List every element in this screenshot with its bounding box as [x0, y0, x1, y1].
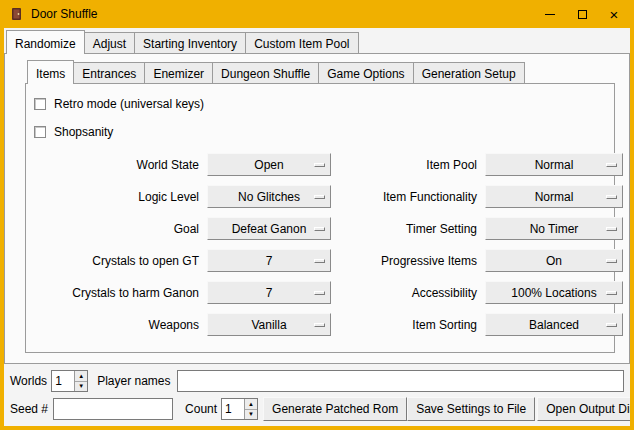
seed-label: Seed #: [10, 402, 48, 416]
logic-level-label: Logic Level: [32, 190, 200, 204]
dropdown-indicator-icon: [314, 323, 325, 327]
dropdown-indicator-icon: [606, 195, 617, 199]
dropdown-item-pool[interactable]: Normal: [485, 153, 623, 176]
generate-patched-rom-button[interactable]: Generate Patched Rom: [263, 397, 407, 421]
dropdown-goal[interactable]: Defeat Ganon: [207, 217, 331, 240]
tab-starting-inventory[interactable]: Starting Inventory: [134, 32, 246, 54]
tab-game-options[interactable]: Game Options: [318, 62, 413, 84]
item-pool-label: Item Pool: [338, 158, 478, 172]
items-pane: Retro mode (universal keys) Shopsanity W…: [25, 83, 615, 353]
world-state-value: Open: [254, 158, 283, 172]
item-pool-value: Normal: [535, 158, 574, 172]
weapons-label: Weapons: [32, 318, 200, 332]
inner-tabbar: Items Entrances Enemizer Dungeon Shuffle…: [25, 60, 615, 84]
dropdown-indicator-icon: [606, 163, 617, 167]
dropdown-progressive-items[interactable]: On: [485, 249, 623, 272]
dropdown-weapons[interactable]: Vanilla: [207, 313, 331, 336]
tab-custom-item-pool[interactable]: Custom Item Pool: [245, 32, 358, 54]
app-icon: [10, 7, 24, 21]
minimize-button[interactable]: [534, 0, 566, 28]
minimize-icon: [545, 14, 555, 15]
seed-row: Seed # Count ▲ ▼ Generate Patched Rom Sa…: [10, 397, 624, 421]
tab-dungeon-shuffle[interactable]: Dungeon Shuffle: [212, 62, 319, 84]
dropdown-timer-setting[interactable]: No Timer: [485, 217, 623, 240]
save-settings-button[interactable]: Save Settings to File: [407, 397, 535, 421]
close-button[interactable]: ×: [598, 0, 630, 28]
seed-input[interactable]: [53, 398, 173, 420]
tab-generation-setup[interactable]: Generation Setup: [413, 62, 525, 84]
shopsanity-label: Shopsanity: [54, 125, 113, 139]
randomize-pane: Items Entrances Enemizer Dungeon Shuffle…: [4, 53, 630, 364]
timer-setting-value: No Timer: [530, 222, 579, 236]
client-area: Randomize Adjust Starting Inventory Cust…: [4, 28, 630, 426]
tab-entrances[interactable]: Entrances: [73, 62, 145, 84]
crystals-ganon-label: Crystals to harm Ganon: [32, 286, 200, 300]
item-sorting-value: Balanced: [529, 318, 579, 332]
outer-tabbar: Randomize Adjust Starting Inventory Cust…: [4, 30, 630, 54]
shopsanity-row: Shopsanity: [34, 125, 608, 139]
progressive-items-value: On: [546, 254, 562, 268]
dropdown-world-state[interactable]: Open: [207, 153, 331, 176]
goal-label: Goal: [32, 222, 200, 236]
maximize-button[interactable]: [566, 0, 598, 28]
player-names-label: Player names: [97, 374, 170, 388]
dropdown-crystals-ganon[interactable]: 7: [207, 281, 331, 304]
crystals-ganon-value: 7: [266, 286, 273, 300]
dropdown-indicator-icon: [606, 291, 617, 295]
count-spin-down-icon[interactable]: ▼: [245, 410, 257, 420]
dropdown-indicator-icon: [314, 291, 325, 295]
close-icon: ×: [610, 7, 619, 22]
progressive-items-label: Progressive Items: [338, 254, 478, 268]
tab-items[interactable]: Items: [27, 60, 74, 84]
goal-value: Defeat Ganon: [232, 222, 307, 236]
worlds-spin-up-icon[interactable]: ▲: [75, 371, 87, 382]
accessibility-value: 100% Locations: [511, 286, 596, 300]
dropdown-item-sorting[interactable]: Balanced: [485, 313, 623, 336]
weapons-value: Vanilla: [251, 318, 286, 332]
world-state-label: World State: [32, 158, 200, 172]
timer-setting-label: Timer Setting: [338, 222, 478, 236]
tab-randomize[interactable]: Randomize: [6, 30, 85, 54]
count-input[interactable]: [222, 399, 244, 419]
dropdown-accessibility[interactable]: 100% Locations: [485, 281, 623, 304]
dropdown-indicator-icon: [314, 195, 325, 199]
dropdown-indicator-icon: [606, 259, 617, 263]
dropdown-crystals-gt[interactable]: 7: [207, 249, 331, 272]
count-label: Count: [185, 402, 217, 416]
crystals-gt-value: 7: [266, 254, 273, 268]
retro-mode-checkbox[interactable]: [34, 98, 46, 110]
dropdown-indicator-icon: [314, 163, 325, 167]
dropdown-item-functionality[interactable]: Normal: [485, 185, 623, 208]
item-sorting-label: Item Sorting: [338, 318, 478, 332]
retro-mode-label: Retro mode (universal keys): [54, 97, 204, 111]
dropdown-indicator-icon: [314, 259, 325, 263]
player-names-input[interactable]: [177, 370, 625, 392]
window-title: Door Shuffle: [31, 7, 98, 21]
maximize-icon: [578, 10, 587, 19]
item-functionality-value: Normal: [535, 190, 574, 204]
crystals-gt-label: Crystals to open GT: [32, 254, 200, 268]
item-functionality-label: Item Functionality: [338, 190, 478, 204]
worlds-label: Worlds: [10, 374, 47, 388]
worlds-input[interactable]: [52, 371, 74, 391]
logic-level-value: No Glitches: [238, 190, 300, 204]
accessibility-label: Accessibility: [338, 286, 478, 300]
open-output-directory-button[interactable]: Open Output Directory: [537, 397, 630, 421]
shopsanity-checkbox[interactable]: [34, 126, 46, 138]
worlds-spin-down-icon[interactable]: ▼: [75, 382, 87, 392]
dropdown-indicator-icon: [606, 227, 617, 231]
worlds-spinbox[interactable]: ▲ ▼: [51, 370, 88, 392]
worlds-row: Worlds ▲ ▼ Player names: [10, 370, 624, 392]
options-grid: World State Open Item Pool Normal Logic …: [32, 153, 608, 336]
dropdown-indicator-icon: [606, 323, 617, 327]
titlebar[interactable]: Door Shuffle ×: [4, 0, 630, 28]
dropdown-indicator-icon: [314, 227, 325, 231]
retro-mode-row: Retro mode (universal keys): [34, 97, 608, 111]
bottom-bar: Worlds ▲ ▼ Player names Seed # Count: [4, 364, 630, 426]
tab-adjust[interactable]: Adjust: [84, 32, 135, 54]
count-spinbox[interactable]: ▲ ▼: [221, 398, 258, 420]
dropdown-logic-level[interactable]: No Glitches: [207, 185, 331, 208]
count-spin-up-icon[interactable]: ▲: [245, 399, 257, 410]
tab-enemizer[interactable]: Enemizer: [144, 62, 213, 84]
app-window: Door Shuffle × Randomize Adjust Starting…: [0, 0, 634, 430]
